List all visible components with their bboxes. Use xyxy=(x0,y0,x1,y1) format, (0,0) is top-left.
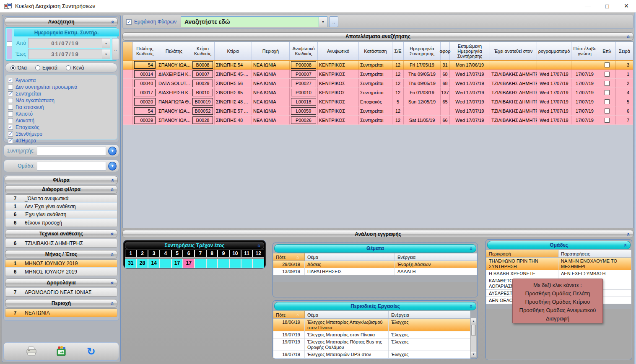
col-header-perioxi[interactable]: Περιοχή xyxy=(252,42,290,60)
chevron-down-icon[interactable]: ▼ xyxy=(319,16,327,27)
col-header-topic[interactable]: Θέμα xyxy=(305,253,395,261)
status-checkbox[interactable]: ✓ xyxy=(8,132,13,137)
row-checkbox[interactable] xyxy=(605,108,610,114)
status-checkbox[interactable]: ✓ xyxy=(8,91,13,96)
month-value[interactable] xyxy=(207,259,218,268)
status-filter-item[interactable]: Κλειστό xyxy=(8,111,114,116)
date-enable-checkbox[interactable] xyxy=(7,41,12,47)
filter-item[interactable]: 1ΜΗΝΟΣ ΙΟΥΝΙΟΥ 2019 xyxy=(5,260,117,268)
month-number[interactable]: 9 xyxy=(218,250,229,257)
show-filters-toggle[interactable]: ✓ Εμφάνιση Φίλτρων xyxy=(126,19,177,25)
col-header-katastasi[interactable]: Κατάσταση xyxy=(359,42,392,60)
month-number[interactable]: 2 xyxy=(137,250,148,257)
periodic-header[interactable]: Περιοδικές Εργασίες « xyxy=(274,302,476,310)
col-header-anatethi[interactable]: Έχει ανατεθεί στον xyxy=(490,42,537,60)
col-header-desc[interactable]: Περιγραφή xyxy=(486,250,558,257)
col-header-programmatismos[interactable]: ρογραμματισμό xyxy=(537,42,571,60)
radio-all[interactable]: Όλα xyxy=(10,65,27,71)
print-icon[interactable] xyxy=(22,343,41,359)
show-filters-checkbox[interactable]: ✓ xyxy=(126,19,132,25)
col-header-pelatis[interactable]: Πελάτης xyxy=(157,42,191,60)
month-value[interactable] xyxy=(195,259,206,268)
results-row[interactable]: 00017ΔΙΑΧΕΙΡΙΣΗ Κ...B0010ΣΙΝΩΠΗΣ 65ΝΕΑ Ι… xyxy=(123,88,633,97)
status-checkbox[interactable]: ✓ xyxy=(8,125,13,130)
status-checkbox[interactable] xyxy=(8,118,13,123)
search-input[interactable] xyxy=(181,16,319,27)
col-header-pelatis_kod[interactable]: Πελάτης Κωδικός xyxy=(133,42,157,60)
row-checkbox[interactable] xyxy=(605,81,610,86)
status-filter-item[interactable]: Διακοπή xyxy=(8,118,114,123)
maintainer-input[interactable] xyxy=(37,147,106,155)
radio-feasible[interactable]: Εφικτά xyxy=(35,65,57,71)
refresh-icon[interactable]: ↻ xyxy=(81,343,101,359)
col-header-anypsotiko[interactable]: Ανυψωτικό xyxy=(318,42,359,60)
month-number[interactable]: 3 xyxy=(148,250,159,257)
filter-item[interactable]: 1Δεν Έχει γίνει ανάθεση xyxy=(5,203,117,211)
col-header-action[interactable]: Ενέργεια xyxy=(389,311,470,318)
status-checkbox[interactable]: ✓ xyxy=(8,138,13,143)
radio-empty[interactable]: Κενά xyxy=(66,65,84,71)
group-input[interactable] xyxy=(37,162,106,170)
month-number[interactable]: 4 xyxy=(160,250,171,257)
col-header-topic[interactable]: Θέμα xyxy=(305,311,389,318)
search-panel-header[interactable]: Αναζήτηση « xyxy=(5,18,118,26)
results-header[interactable]: Αποτελέσματα αναζήτησης « xyxy=(122,32,633,41)
results-row[interactable]: 54ΣΠΑΝΟΥ ΙΩΑ...B0008ΣΙΝΩΠΗΣ 54ΝΕΑ ΙΩΝΙΑP… xyxy=(123,60,633,70)
filter-section-header[interactable]: Δρομολόγια« xyxy=(5,279,117,287)
results-row[interactable]: 00014ΔΙΑΧΕΙΡΙΣΗ Κ...B0007ΣΙΝΩΠΗΣ 45-...Ν… xyxy=(123,70,633,79)
month-value[interactable] xyxy=(241,259,252,268)
col-header-notes[interactable]: Παρατηρήσεις xyxy=(558,250,631,257)
results-row[interactable]: 00039ΣΠΑΝΟΥ ΙΩΑ...B0028ΣΙΝΩΠΗΣ 48ΝΕΑ ΙΩΝ… xyxy=(123,116,633,125)
month-number[interactable]: 5 xyxy=(172,250,183,257)
month-value[interactable]: 31 xyxy=(125,259,136,268)
date-to-input[interactable] xyxy=(29,49,102,59)
year-panel-header[interactable]: Συντηρήσεις Τρέχον έτος « xyxy=(125,242,264,249)
month-value[interactable]: 28 xyxy=(137,259,148,268)
periodic-row[interactable]: 19/07/19Έλεγχος Μπαταρίας Πόρτας Bus της… xyxy=(273,338,470,351)
scroll-up-icon[interactable]: ▲ xyxy=(471,318,476,324)
chevron-down-icon[interactable]: ▼ xyxy=(102,49,110,59)
status-filter-item[interactable]: ✓15ενθήμερο xyxy=(8,131,114,137)
filter-item[interactable]: 6ΤΖΙΛΙΒΑΚΗΣ ΔΗΜΗΤΡΗΣ xyxy=(5,239,117,247)
status-filter-item[interactable]: ✓Συντηρείται xyxy=(8,91,114,96)
close-button[interactable]: × xyxy=(617,0,636,13)
chevron-down-icon[interactable]: ▼ xyxy=(102,39,110,48)
arrow-down-icon[interactable]: ▼ xyxy=(108,147,117,155)
periodic-scrollbar[interactable]: ▲ ▼ xyxy=(470,318,477,357)
filters-panel-header[interactable]: Φίλτρα « xyxy=(5,176,118,184)
filter-section-header[interactable]: Μήνας / Έτος« xyxy=(5,250,117,258)
month-number[interactable]: 11 xyxy=(241,250,252,257)
month-value[interactable] xyxy=(160,259,171,268)
row-checkbox[interactable] xyxy=(605,99,610,104)
scroll-down-icon[interactable]: ▼ xyxy=(471,351,476,357)
col-header-when[interactable]: Πότε△ xyxy=(273,311,305,318)
col-header-ktirio_kod[interactable]: Κτίριο Κωδικός xyxy=(191,42,215,60)
topics-header[interactable]: Θέματα « xyxy=(274,244,476,253)
col-header-action[interactable]: Ενέργεια xyxy=(395,253,477,261)
col-header-ktirio[interactable]: Κτίριο xyxy=(215,42,252,60)
col-header-ektimomeni[interactable]: Εκτιμώμενη Ημερομηνία Συντήρησης xyxy=(450,42,490,60)
month-value[interactable] xyxy=(218,259,229,268)
row-checkbox[interactable] xyxy=(605,72,610,77)
minimize-button[interactable]: — xyxy=(578,0,597,13)
filter-item[interactable]: 6ΜΗΝΟΣ ΙΟΥΛΙΟΥ 2019 xyxy=(5,268,117,276)
month-number[interactable]: 10 xyxy=(230,250,241,257)
export-icon[interactable] xyxy=(52,343,71,359)
col-header-sel[interactable] xyxy=(123,42,133,60)
periodic-row[interactable]: 19/07/19Έλεγχος Μπαταριών UPS στονΈλεγχο… xyxy=(273,351,470,358)
periodic-row[interactable]: 18/06/19Έλεγχος Μπαταρίας Απεγκλωβισμού … xyxy=(273,319,470,331)
filter-item[interactable]: 7_Όλα τα ανυψωτικά xyxy=(5,195,117,203)
status-filter-item[interactable]: Για επισκευή xyxy=(8,104,114,110)
search-more-button[interactable]: .. xyxy=(329,16,338,27)
periodic-row[interactable]: 19/07/19Έλεγχος Μπαταρίας στον ΠίνακαΈλε… xyxy=(273,331,470,338)
col-header-se[interactable]: Σ/Ε xyxy=(392,42,404,60)
filter-section-header[interactable]: Τεχνικοί ανάθεσης« xyxy=(5,230,117,238)
results-row[interactable]: 54ΣΠΑΝΟΥ ΙΩΑ...B00052ΣΙΝΩΠΗΣ 57 ...ΝΕΑ Ι… xyxy=(123,106,633,116)
groups-row[interactable]: Η ΒΛΑΒΗ ΧΡΕΩΝΕΤΕΔΕΝ ΕΧΕΙ ΣΥΜΒΑΣΗ xyxy=(486,270,631,277)
date-from-input[interactable] xyxy=(29,39,102,48)
filter-item[interactable]: 7ΔΡΟΜΟΛΟΓΙΟ ΝΕΑΣ ΙΩΝΙΑΣ xyxy=(5,288,117,296)
row-checkbox[interactable] xyxy=(605,90,610,95)
filter-section-header[interactable]: Περιοχή« xyxy=(5,299,117,307)
col-header-anypsotiko_kod[interactable]: Ανυψωτικό Κωδικός xyxy=(290,42,318,60)
status-checkbox[interactable] xyxy=(8,105,13,110)
